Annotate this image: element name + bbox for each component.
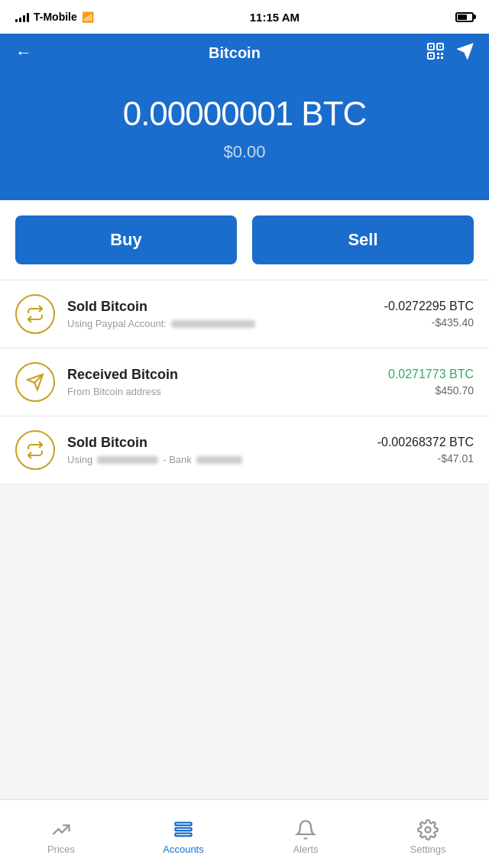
battery-icon	[455, 12, 474, 22]
tx-subtitle-3: Using - Bank	[67, 454, 377, 465]
balance-section: 0.00000001 BTC $0.00	[0, 72, 489, 200]
tx-amounts-1: -0.0272295 BTC -$435.40	[384, 300, 474, 329]
swap-icon	[26, 305, 44, 323]
prices-icon	[50, 819, 72, 840]
btc-balance: 0.00000001 BTC	[15, 95, 474, 133]
send-button[interactable]	[457, 43, 474, 63]
transaction-icon-sold-3	[15, 430, 55, 470]
tx-btc-3: -0.00268372 BTC	[377, 436, 474, 449]
transaction-icon-sold-1	[15, 294, 55, 334]
nav-prices-label: Prices	[47, 844, 75, 855]
tx-amounts-3: -0.00268372 BTC -$47.01	[377, 436, 474, 465]
status-right	[455, 12, 474, 22]
nav-alerts[interactable]: Alerts	[244, 813, 367, 855]
tx-btc-1: -0.0272295 BTC	[384, 300, 474, 313]
transaction-icon-received	[15, 362, 55, 402]
tx-subtitle-1: Using Paypal Account:	[67, 318, 384, 329]
transaction-details-3: Sold Bitcoin Using - Bank	[67, 435, 377, 465]
transaction-list: Sold Bitcoin Using Paypal Account: -0.02…	[0, 280, 489, 484]
header-actions	[426, 42, 474, 64]
tx-title-1: Sold Bitcoin	[67, 299, 384, 315]
svg-rect-9	[437, 57, 439, 59]
masked-account-1	[171, 320, 255, 328]
tx-subtitle-2: From Bitcoin address	[67, 386, 388, 397]
svg-point-18	[426, 828, 431, 833]
bottom-nav: Prices Accounts Alerts Settings	[0, 799, 489, 868]
nav-accounts[interactable]: Accounts	[122, 813, 244, 855]
transaction-item-3[interactable]: Sold Bitcoin Using - Bank -0.00268372 BT…	[0, 416, 489, 484]
status-left: T-Mobile 📶	[15, 11, 94, 23]
clock: 11:15 AM	[250, 11, 300, 24]
send-icon	[457, 43, 474, 60]
tx-title-3: Sold Bitcoin	[67, 435, 377, 451]
tx-title-2: Received Bitcoin	[67, 367, 388, 383]
accounts-icon	[173, 819, 194, 840]
transaction-details-2: Received Bitcoin From Bitcoin address	[67, 367, 388, 397]
swap-icon-3	[26, 441, 44, 459]
transaction-item[interactable]: Sold Bitcoin Using Paypal Account: -0.02…	[0, 280, 489, 348]
usd-balance: $0.00	[15, 142, 474, 162]
transaction-item-2[interactable]: Received Bitcoin From Bitcoin address 0.…	[0, 348, 489, 416]
action-buttons: Buy Sell	[0, 200, 489, 280]
svg-rect-17	[176, 834, 192, 837]
status-bar: T-Mobile 📶 11:15 AM	[0, 0, 489, 34]
svg-rect-5	[430, 55, 432, 57]
svg-rect-3	[430, 46, 432, 47]
svg-marker-12	[458, 44, 472, 57]
svg-rect-4	[439, 46, 441, 47]
svg-rect-16	[176, 828, 192, 831]
tx-usd-1: -$435.40	[384, 316, 474, 329]
tx-usd-3: -$47.01	[377, 452, 474, 465]
masked-account-3b	[196, 456, 242, 464]
svg-rect-8	[441, 53, 443, 55]
settings-icon	[417, 819, 439, 840]
nav-settings-label: Settings	[410, 844, 446, 855]
sell-button[interactable]: Sell	[252, 215, 474, 264]
wifi-icon: 📶	[82, 11, 94, 23]
alerts-icon	[295, 819, 316, 840]
svg-rect-15	[176, 823, 192, 826]
transaction-details-1: Sold Bitcoin Using Paypal Account:	[67, 299, 384, 329]
back-button[interactable]: ←	[15, 43, 43, 63]
header: ← Bitcoin	[0, 34, 489, 72]
qr-icon	[426, 42, 445, 60]
svg-rect-7	[437, 53, 439, 55]
tx-amounts-2: 0.0271773 BTC $450.70	[388, 368, 474, 397]
carrier-label: T-Mobile	[34, 11, 77, 23]
nav-prices[interactable]: Prices	[0, 813, 122, 855]
tx-btc-2: 0.0271773 BTC	[388, 368, 474, 381]
tx-usd-2: $450.70	[388, 384, 474, 397]
receive-icon	[26, 373, 44, 391]
masked-account-3a	[97, 456, 158, 464]
nav-accounts-label: Accounts	[163, 844, 203, 855]
qr-button[interactable]	[426, 42, 445, 64]
signal-icon	[15, 11, 29, 22]
buy-button[interactable]: Buy	[15, 215, 237, 264]
nav-settings[interactable]: Settings	[367, 813, 489, 855]
nav-alerts-label: Alerts	[293, 844, 318, 855]
page-title: Bitcoin	[209, 44, 261, 62]
svg-rect-10	[441, 57, 443, 59]
